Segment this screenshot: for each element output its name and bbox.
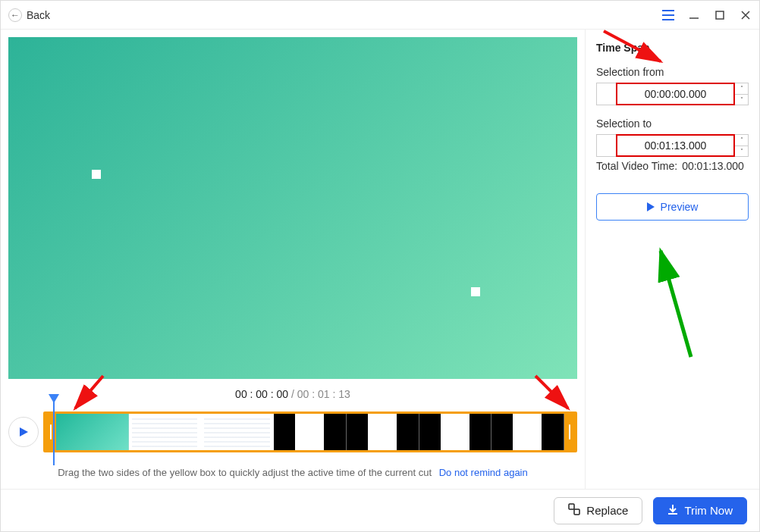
timeline-thumbnails[interactable] — [56, 414, 564, 450]
sidebar-title: Time Span — [596, 42, 749, 54]
maximize-icon[interactable] — [714, 9, 726, 21]
replace-button[interactable]: Replace — [554, 497, 642, 524]
timeline-thumb — [201, 414, 274, 450]
play-button[interactable] — [8, 417, 39, 447]
trim-now-button-label: Trim Now — [684, 504, 733, 517]
video-content-marker — [92, 170, 101, 179]
preview-button[interactable]: Preview — [596, 193, 749, 221]
minimize-icon[interactable] — [688, 9, 700, 21]
selection-to-label: Selection to — [596, 117, 749, 130]
back-arrow-icon: ← — [8, 8, 22, 22]
back-label: Back — [27, 9, 50, 21]
selection-from-prefix — [596, 83, 616, 105]
svg-rect-0 — [716, 11, 724, 19]
preview-button-label: Preview — [661, 201, 699, 213]
timeline-thumb — [129, 414, 202, 450]
selection-to-input[interactable]: 00:01:13.000 — [616, 134, 735, 157]
close-icon[interactable] — [740, 9, 752, 21]
total-time-value: 00:01:13.000 — [682, 160, 744, 172]
video-preview — [8, 37, 577, 379]
timeline-thumb — [56, 414, 129, 450]
replace-icon — [568, 503, 580, 518]
timeline-thumb — [491, 414, 564, 450]
timeline-thumb — [419, 414, 492, 450]
selection-to-prefix — [596, 134, 616, 157]
play-icon — [647, 202, 655, 211]
replace-button-label: Replace — [586, 504, 628, 517]
selection-from-input[interactable]: 00:00:00.000 — [616, 83, 735, 105]
playback-time-display: 00 : 00 : 00 / 00 : 01 : 13 — [8, 379, 577, 405]
playhead[interactable] — [53, 399, 55, 465]
trim-now-button[interactable]: Trim Now — [653, 497, 747, 524]
total-playback-time: 00 : 01 : 13 — [297, 388, 350, 400]
selection-from-step-down[interactable]: ˅ — [735, 95, 748, 105]
back-button[interactable]: ← Back — [8, 8, 50, 22]
timeline-thumb — [274, 414, 347, 450]
selection-from-value: 00:00:00.000 — [645, 88, 707, 100]
timeline-thumb — [347, 414, 419, 450]
trim-timeline[interactable] — [43, 412, 577, 452]
selection-to-step-down[interactable]: ˅ — [735, 146, 748, 157]
svg-rect-2 — [574, 509, 579, 515]
current-playback-time: 00 : 00 : 00 — [235, 388, 288, 400]
selection-from-label: Selection from — [596, 66, 749, 78]
trim-handle-right[interactable] — [564, 414, 575, 450]
svg-rect-1 — [569, 504, 574, 509]
selection-from-step-up[interactable]: ˄ — [735, 83, 748, 95]
video-content-marker — [471, 287, 480, 296]
download-icon — [667, 504, 678, 517]
do-not-remind-link[interactable]: Do not remind again — [439, 467, 528, 478]
selection-to-value: 00:01:13.000 — [645, 139, 707, 152]
hamburger-menu-icon[interactable] — [662, 9, 674, 21]
hint-text: Drag the two sides of the yellow box to … — [58, 467, 432, 478]
total-time-label: Total Video Time: — [596, 160, 677, 172]
selection-to-step-up[interactable]: ˄ — [735, 135, 748, 146]
